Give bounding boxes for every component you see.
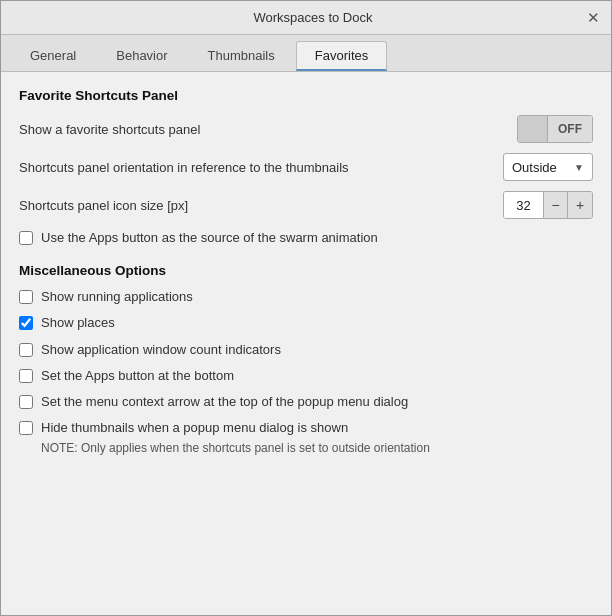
misc-section: Miscellaneous Options Show running appli… [19,263,593,455]
spinner-plus-button[interactable]: + [568,192,592,218]
toggle-row: Show a favorite shortcuts panel OFF [19,115,593,143]
chevron-down-icon: ▼ [574,162,584,173]
swarm-checkbox[interactable] [19,231,33,245]
icon-size-row: Shortcuts panel icon size [px] 32 − + [19,191,593,219]
toggle-label: Show a favorite shortcuts panel [19,122,200,137]
toggle-track [518,116,548,142]
app-window: Workspaces to Dock ✕ General Behavior Th… [0,0,612,616]
window-count-checkbox[interactable] [19,343,33,357]
swarm-checkbox-row: Use the Apps button as the source of the… [19,229,593,247]
window-count-label: Show application window count indicators [41,341,281,359]
running-apps-row: Show running applications [19,288,593,306]
menu-arrow-row: Set the menu context arrow at the top of… [19,393,593,411]
running-apps-checkbox[interactable] [19,290,33,304]
close-button[interactable]: ✕ [585,10,601,26]
spinner-minus-button[interactable]: − [544,192,568,218]
hide-thumbnails-label: Hide thumbnails when a popup menu dialog… [41,419,348,437]
toggle-switch[interactable]: OFF [517,115,593,143]
apps-bottom-label: Set the Apps button at the bottom [41,367,234,385]
tabs-bar: General Behavior Thumbnails Favorites [1,35,611,72]
tab-content: Favorite Shortcuts Panel Show a favorite… [1,72,611,615]
apps-bottom-row: Set the Apps button at the bottom [19,367,593,385]
toggle-off-label: OFF [548,116,592,142]
hide-thumbnails-row: Hide thumbnails when a popup menu dialog… [19,419,593,437]
icon-size-spinner: 32 − + [503,191,593,219]
orientation-row: Shortcuts panel orientation in reference… [19,153,593,181]
show-places-checkbox[interactable] [19,316,33,330]
window-title: Workspaces to Dock [41,10,585,25]
orientation-label: Shortcuts panel orientation in reference… [19,160,349,175]
title-bar: Workspaces to Dock ✕ [1,1,611,35]
swarm-label: Use the Apps button as the source of the… [41,229,378,247]
note-text: NOTE: Only applies when the shortcuts pa… [41,441,593,455]
hide-thumbnails-checkbox[interactable] [19,421,33,435]
show-places-label: Show places [41,314,115,332]
misc-section-title: Miscellaneous Options [19,263,593,278]
orientation-value: Outside [512,160,557,175]
tab-favorites[interactable]: Favorites [296,41,387,71]
icon-size-label: Shortcuts panel icon size [px] [19,198,188,213]
tab-thumbnails[interactable]: Thumbnails [189,41,294,71]
running-apps-label: Show running applications [41,288,193,306]
apps-bottom-checkbox[interactable] [19,369,33,383]
panel-section-title: Favorite Shortcuts Panel [19,88,593,103]
menu-arrow-label: Set the menu context arrow at the top of… [41,393,408,411]
tab-general[interactable]: General [11,41,95,71]
menu-arrow-checkbox[interactable] [19,395,33,409]
show-places-row: Show places [19,314,593,332]
icon-size-value: 32 [504,192,544,218]
window-count-row: Show application window count indicators [19,341,593,359]
tab-behavior[interactable]: Behavior [97,41,186,71]
orientation-dropdown[interactable]: Outside ▼ [503,153,593,181]
